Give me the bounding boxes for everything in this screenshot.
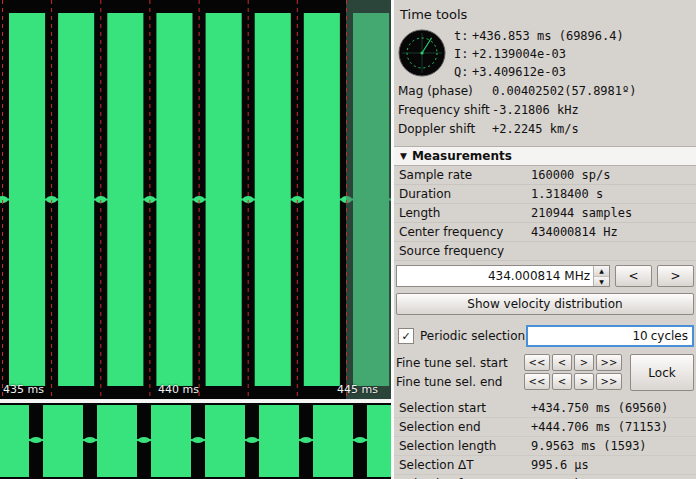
measurements-table: Sample rate 160000 sp/s Duration 1.31840… xyxy=(394,166,696,261)
measurement-value: 1.318400 s xyxy=(531,187,603,201)
table-row: Source frequency xyxy=(394,242,696,261)
time-readout-label: t: xyxy=(454,29,472,43)
end-big-left-button[interactable]: << xyxy=(524,373,550,390)
periodic-selection-label: Periodic selection xyxy=(420,329,525,343)
selection-value: 995.6 µs xyxy=(531,458,589,472)
i-readout: I: +2.139004e-03 xyxy=(454,45,692,63)
tiq-readouts: t: +436.853 ms (69896.4) I: +2.139004e-0… xyxy=(454,27,692,81)
measurement-label: Source frequency xyxy=(399,244,531,258)
selection-value: +434.750 ms (69560) xyxy=(531,401,668,415)
start-left-button[interactable]: < xyxy=(552,354,572,371)
frequency-spin-row: 434.000814 MHz ▲ ▼ < > xyxy=(396,265,694,287)
mag-phase-value: 0.00402502(57.8981º) xyxy=(492,84,637,98)
cursor-readout-section: t: +436.853 ms (69896.4) I: +2.139004e-0… xyxy=(394,25,696,81)
cycles-input[interactable]: 10 cycles xyxy=(526,325,694,347)
cycles-suffix: cycles xyxy=(651,329,688,343)
frequency-shift-label: Frequency shift xyxy=(398,103,492,117)
frequency-spin-value: 434.000814 MHz xyxy=(397,269,593,283)
overview-waveform-view[interactable] xyxy=(0,403,391,479)
measurements-section-header[interactable]: ▼ Measurements xyxy=(394,146,696,166)
table-row: Sample rate 160000 sp/s xyxy=(394,166,696,185)
measurement-label: Sample rate xyxy=(399,168,531,182)
table-row: Duration 1.318400 s xyxy=(394,185,696,204)
waveform-area: 435 ms 440 ms 445 ms xyxy=(0,0,391,479)
frequency-shift-row: Frequency shift -3.21806 kHz xyxy=(394,100,696,119)
measurement-label: Duration xyxy=(399,187,531,201)
spin-down-icon[interactable]: ▼ xyxy=(594,277,609,287)
measurement-value: 434000814 Hz xyxy=(531,225,618,239)
selection-label: Selection end xyxy=(399,420,531,434)
periodic-selection-checkbox[interactable]: ✓ xyxy=(398,328,414,344)
q-readout-label: Q: xyxy=(454,65,472,79)
collapse-arrow-icon: ▼ xyxy=(400,151,407,161)
mag-phase-label: Mag (phase) xyxy=(398,84,492,98)
frequency-step-down-button[interactable]: < xyxy=(615,265,652,287)
frequency-spinbox[interactable]: 434.000814 MHz ▲ ▼ xyxy=(396,265,610,287)
cycles-value: 10 xyxy=(632,329,647,343)
selection-label: Selection start xyxy=(399,401,531,415)
i-readout-label: I: xyxy=(454,47,472,61)
table-row: Selection start +434.750 ms (69560) xyxy=(394,399,696,418)
lock-button[interactable]: Lock xyxy=(630,354,694,391)
measurement-label: Length xyxy=(399,206,531,220)
panel-title: Time tools xyxy=(394,0,696,25)
selection-table: Selection start +434.750 ms (69560) Sele… xyxy=(394,399,696,479)
q-readout: Q: +3.409612e-03 xyxy=(454,63,692,81)
table-row: Selection ΔT 995.6 µs xyxy=(394,456,696,475)
selection-label: Selection length xyxy=(399,439,531,453)
table-row: Length 210944 samples xyxy=(394,204,696,223)
frequency-shift-value: -3.21806 kHz xyxy=(492,103,579,117)
doppler-shift-row: Doppler shift +2.2245 km/s xyxy=(394,119,696,138)
fine-tune-start-label: Fine tune sel. start xyxy=(396,356,524,370)
doppler-shift-label: Doppler shift xyxy=(398,122,492,136)
table-row: Selection freq 1.004 kHz xyxy=(394,475,696,479)
time-window: 435 ms 440 ms 445 ms Time tools t: +436.… xyxy=(0,0,696,479)
show-velocity-distribution-button[interactable]: Show velocity distribution xyxy=(396,293,694,315)
measurement-value: 160000 sp/s xyxy=(531,168,610,182)
start-right-button[interactable]: > xyxy=(574,354,594,371)
end-big-right-button[interactable]: >> xyxy=(596,373,622,390)
frequency-step-up-button[interactable]: > xyxy=(657,265,694,287)
phase-dial-icon xyxy=(398,29,446,77)
time-readout: t: +436.853 ms (69896.4) xyxy=(454,27,692,45)
spin-buttons: ▲ ▼ xyxy=(593,266,609,286)
selection-value: 9.9563 ms (1593) xyxy=(531,439,647,453)
time-tools-panel: Time tools t: +436.853 ms (69896.4) I: +… xyxy=(394,0,696,479)
selection-value: +444.706 ms (71153) xyxy=(531,420,668,434)
i-readout-value: +2.139004e-03 xyxy=(472,47,566,61)
mag-phase-row: Mag (phase) 0.00402502(57.8981º) xyxy=(394,81,696,100)
end-right-button[interactable]: > xyxy=(574,373,594,390)
table-row: Selection length 9.9563 ms (1593) xyxy=(394,437,696,456)
start-big-right-button[interactable]: >> xyxy=(596,354,622,371)
time-readout-value: +436.853 ms (69896.4) xyxy=(472,29,624,43)
doppler-shift-value: +2.2245 km/s xyxy=(492,122,579,136)
table-row: Selection end +444.706 ms (71153) xyxy=(394,418,696,437)
periodic-selection-row: ✓ Periodic selection 10 cycles xyxy=(396,325,694,347)
start-big-left-button[interactable]: << xyxy=(524,354,550,371)
q-readout-value: +3.409612e-03 xyxy=(472,65,566,79)
selection-label: Selection ΔT xyxy=(399,458,531,472)
measurements-title: Measurements xyxy=(412,149,512,163)
table-row: Center frequency 434000814 Hz xyxy=(394,223,696,242)
fine-tune-section: Fine tune sel. start << < > >> Fine tune… xyxy=(396,353,694,391)
measurement-label: Center frequency xyxy=(399,225,531,239)
fine-tune-end-label: Fine tune sel. end xyxy=(396,375,524,389)
main-waveform-view[interactable] xyxy=(0,0,391,399)
measurement-value: 210944 samples xyxy=(531,206,632,220)
spin-up-icon[interactable]: ▲ xyxy=(594,266,609,277)
end-left-button[interactable]: < xyxy=(552,373,572,390)
